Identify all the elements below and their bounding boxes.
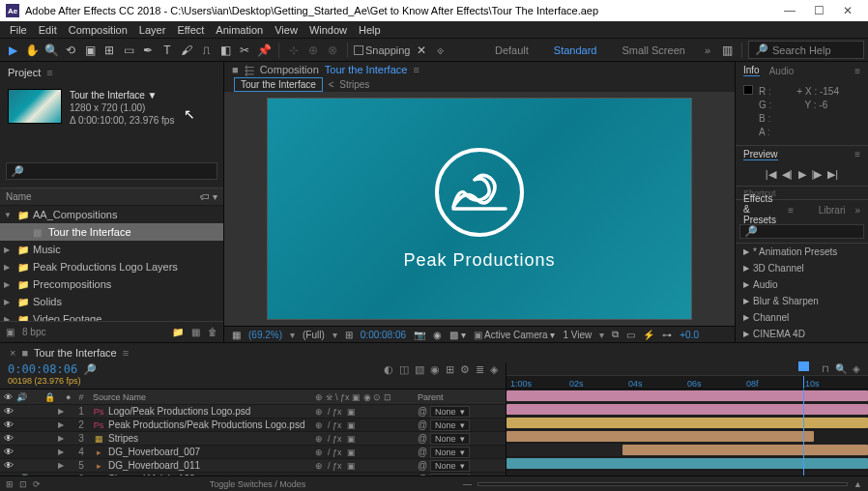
- menu-effect[interactable]: Effect: [171, 24, 210, 36]
- last-frame-button[interactable]: ▶|: [827, 168, 838, 181]
- next-frame-button[interactable]: |▶: [812, 168, 823, 181]
- text-tool[interactable]: T: [159, 42, 176, 59]
- fx-category[interactable]: ▶3D Channel: [736, 260, 868, 276]
- grid-icon[interactable]: ⊞: [345, 330, 353, 340]
- fx-menu-icon[interactable]: ≡: [788, 205, 794, 216]
- brush-tool[interactable]: 🖌: [178, 42, 195, 59]
- zoom-out-tl-icon[interactable]: —: [463, 479, 472, 489]
- local-axis-icon[interactable]: ⊹: [285, 42, 303, 59]
- close-button[interactable]: ✕: [833, 4, 862, 17]
- fx-category[interactable]: ▶* Animation Presets: [736, 244, 868, 260]
- parent-dropdown[interactable]: None ▾: [430, 447, 471, 458]
- layer-bar[interactable]: [506, 404, 868, 415]
- camera-dropdown[interactable]: ▣ Active Camera ▾: [474, 330, 556, 340]
- shy-btn[interactable]: ⟳: [33, 479, 41, 489]
- layer-bar[interactable]: [506, 390, 868, 401]
- layer-view-icon[interactable]: ■: [232, 64, 239, 75]
- parent-dropdown[interactable]: None ▾: [430, 406, 471, 418]
- menu-window[interactable]: Window: [304, 24, 353, 36]
- workspace-default[interactable]: Default: [483, 44, 540, 56]
- zoom-display[interactable]: (69.2%): [248, 330, 282, 340]
- info-menu-icon[interactable]: ≡: [854, 66, 860, 76]
- minimize-button[interactable]: —: [775, 4, 804, 17]
- menu-help[interactable]: Help: [353, 24, 387, 36]
- layer-row[interactable]: 👁▶4▸DG_Hoverboard_007⊕ / ƒx ▣@ None ▾: [0, 446, 506, 459]
- zoom-in-tl-icon[interactable]: ▲: [854, 479, 862, 489]
- pan-behind-tool[interactable]: ⊞: [101, 42, 118, 59]
- timeline-tab[interactable]: Tour the Interface: [34, 347, 117, 359]
- roto-tool[interactable]: ✂: [236, 42, 253, 59]
- flowchart-next[interactable]: Stripes: [339, 79, 369, 90]
- snapshot-icon[interactable]: 📷: [414, 330, 425, 340]
- preview-menu-icon[interactable]: ≡: [854, 149, 860, 159]
- menu-edit[interactable]: Edit: [33, 24, 63, 36]
- tags-header-icon[interactable]: 🏷 ▾: [200, 191, 217, 202]
- view-axis-icon[interactable]: ⊗: [324, 42, 341, 59]
- viewer-time[interactable]: 0:00:08:06: [361, 330, 406, 340]
- layer-bar[interactable]: [506, 418, 868, 428]
- comp-marker-icon[interactable]: ◈: [853, 363, 860, 374]
- bpc-toggle[interactable]: 8 bpc: [22, 327, 45, 337]
- comp-panel-menu-icon[interactable]: ≡: [413, 64, 419, 75]
- effects-presets-tab[interactable]: Effects & Presets: [743, 193, 778, 226]
- workspace-small[interactable]: Small Screen: [610, 44, 696, 56]
- snapping-checkbox[interactable]: [354, 45, 363, 55]
- project-tab[interactable]: Project: [8, 67, 41, 78]
- exposure-value[interactable]: +0.0: [680, 330, 699, 340]
- timeline-search-icon[interactable]: 🔎: [83, 363, 97, 376]
- motionblur-icon[interactable]: ◉: [430, 363, 440, 376]
- snap-icon[interactable]: ⊓: [822, 363, 829, 374]
- project-search-input[interactable]: 🔎: [6, 162, 217, 180]
- menu-animation[interactable]: Animation: [210, 24, 269, 36]
- fx-category[interactable]: ▶Audio: [736, 276, 868, 293]
- menu-view[interactable]: View: [269, 24, 304, 36]
- comp-flow-icon[interactable]: ⬱: [245, 64, 254, 76]
- workspace-settings-icon[interactable]: ▥: [718, 42, 736, 59]
- info-tab[interactable]: Info: [743, 65, 760, 76]
- project-item[interactable]: ▶📁Music: [0, 241, 223, 258]
- fx-category[interactable]: ▶CINEMA 4D: [736, 326, 868, 342]
- project-item[interactable]: ▶📁Solids: [0, 293, 223, 310]
- time-ruler[interactable]: 1:00s02s04s06s08f10s: [506, 375, 868, 389]
- parent-dropdown[interactable]: None ▾: [430, 419, 471, 431]
- parent-dropdown[interactable]: None ▾: [430, 433, 471, 445]
- composition-viewer[interactable]: Peak Productions: [224, 92, 735, 326]
- timeline-zoom-slider[interactable]: [477, 482, 848, 486]
- project-item[interactable]: ▶📁Peak Productions Logo Layers: [0, 258, 223, 275]
- fast-preview-icon[interactable]: ⚡: [643, 330, 654, 340]
- layer-bar[interactable]: [506, 431, 814, 442]
- parent-header[interactable]: Parent: [418, 392, 495, 402]
- fx-category[interactable]: ▶Blur & Sharpen: [736, 293, 868, 309]
- snap-opt2-icon[interactable]: ⟐: [432, 42, 449, 59]
- name-column-header[interactable]: Name: [6, 191, 32, 202]
- preview-tab[interactable]: Preview: [743, 149, 778, 160]
- puppet-tool[interactable]: 📌: [255, 42, 273, 59]
- flowchart-active[interactable]: Tour the Interface: [234, 77, 323, 92]
- timeline-close-icon[interactable]: ×: [10, 347, 15, 359]
- comp-thumbnail[interactable]: [8, 89, 62, 124]
- share-view-icon[interactable]: ⧉: [612, 329, 619, 340]
- shy-icon[interactable]: ◐: [384, 363, 393, 376]
- audio-tab[interactable]: Audio: [769, 66, 795, 76]
- new-comp-icon[interactable]: ▦: [191, 327, 200, 337]
- zoom-in-icon[interactable]: 🔍: [835, 363, 847, 374]
- channel-icon[interactable]: ◉: [433, 330, 442, 340]
- menu-layer[interactable]: Layer: [133, 24, 172, 36]
- first-frame-button[interactable]: |◀: [766, 168, 776, 181]
- toggle-switches-button[interactable]: Toggle Switches / Modes: [58, 479, 457, 489]
- interpret-footage-icon[interactable]: ▣: [6, 327, 14, 337]
- pen-tool[interactable]: ✒: [139, 42, 157, 59]
- layer-row[interactable]: 👁▶5▸DG_Hoverboard_011⊕ / ƒx ▣@ None ▾: [0, 459, 506, 473]
- stamp-tool[interactable]: ⎍: [197, 42, 215, 59]
- layer-row[interactable]: 👁▶3▦Stripes⊕ / ƒx ▣@ None ▾: [0, 432, 506, 446]
- layer-row[interactable]: 👁▶1PsLogo/Peak Productions Logo.psd⊕ / ƒ…: [0, 405, 506, 419]
- transparency-icon[interactable]: ▩ ▾: [449, 330, 466, 340]
- brain-icon[interactable]: ⚙: [460, 363, 470, 376]
- layer-bar[interactable]: [506, 458, 868, 469]
- fx-category[interactable]: ▶Channel: [736, 309, 868, 326]
- workspace-overflow-icon[interactable]: »: [699, 44, 716, 56]
- zoom-tool[interactable]: 🔍: [43, 42, 60, 59]
- layers-icon[interactable]: ≣: [476, 363, 484, 376]
- layer-bar[interactable]: [622, 445, 868, 455]
- menu-composition[interactable]: Composition: [63, 24, 133, 36]
